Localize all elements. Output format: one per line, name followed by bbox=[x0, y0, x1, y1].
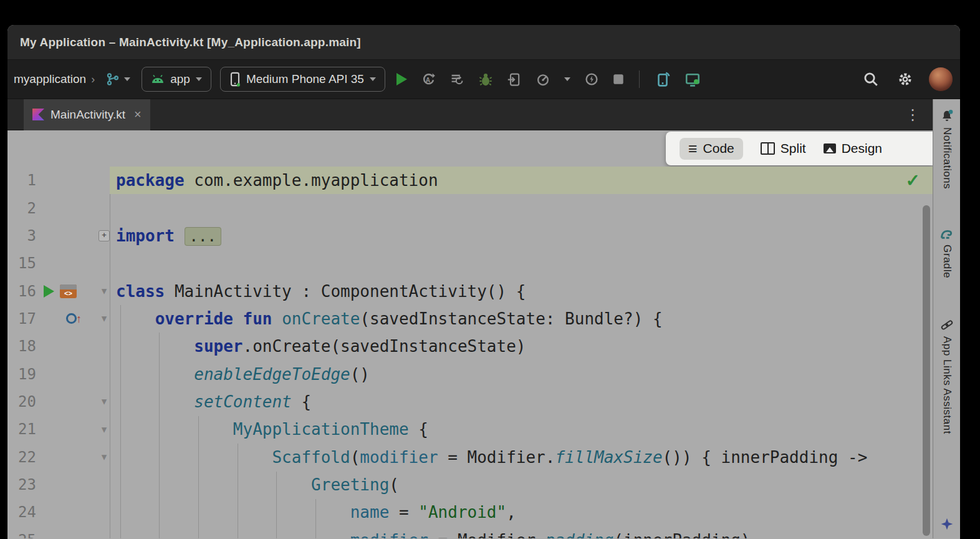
main-toolbar: myapplication › app bbox=[7, 60, 960, 99]
line-number[interactable]: 25 bbox=[7, 532, 36, 538]
attach-debugger-button[interactable] bbox=[504, 69, 524, 89]
gutter-icons: ↑ bbox=[36, 313, 98, 324]
tab-close-icon[interactable]: × bbox=[134, 107, 142, 122]
tab-label: MainActivity.kt bbox=[50, 108, 125, 122]
indent-guide bbox=[238, 444, 238, 538]
code-line[interactable]: 19 enableEdgeToEdge() bbox=[7, 360, 933, 387]
fold-column: ▾ bbox=[98, 286, 110, 296]
stripe-item-assistant[interactable] bbox=[940, 517, 954, 531]
toolbar-separator bbox=[639, 70, 640, 88]
bell-icon bbox=[940, 109, 954, 123]
svg-text:A: A bbox=[426, 77, 431, 84]
code-line[interactable]: 18 super.onCreate(savedInstanceState) bbox=[7, 333, 933, 360]
phone-icon bbox=[229, 72, 241, 87]
stripe-item-app-links[interactable]: App Links Assistant bbox=[940, 318, 954, 434]
indent-guide bbox=[315, 499, 316, 538]
mode-split-button[interactable]: Split bbox=[761, 141, 806, 156]
search-button[interactable] bbox=[860, 69, 882, 90]
stripe-label: Gradle bbox=[941, 245, 953, 278]
vcs-branch-icon bbox=[106, 72, 120, 86]
settings-button[interactable] bbox=[894, 68, 916, 90]
line-number[interactable]: 2 bbox=[7, 200, 36, 217]
stripe-item-notifications[interactable]: Notifications bbox=[940, 109, 954, 189]
device-select[interactable]: Medium Phone API 35 bbox=[220, 67, 385, 92]
scrollbar-thumb[interactable] bbox=[923, 205, 930, 536]
override-method-icon[interactable]: ↑ bbox=[66, 313, 82, 324]
fold-collapse-icon[interactable]: ▾ bbox=[102, 396, 107, 407]
code-line[interactable]: 25 modifier = Modifier.padding(innerPadd… bbox=[7, 526, 933, 538]
line-number[interactable]: 20 bbox=[7, 393, 36, 410]
apply-code-changes-button[interactable] bbox=[447, 69, 467, 89]
gear-icon bbox=[896, 70, 914, 88]
fold-collapse-icon[interactable]: ▾ bbox=[102, 452, 107, 462]
stripe-item-gradle[interactable]: Gradle bbox=[939, 226, 954, 278]
code-area[interactable]: 1package com.example.myapplication✓23+im… bbox=[7, 167, 933, 538]
fold-expand-icon[interactable]: + bbox=[98, 230, 110, 241]
code-line[interactable]: 24 name = "Android", bbox=[7, 498, 933, 526]
breadcrumb-chevron-icon: › bbox=[91, 73, 95, 86]
editor-pane[interactable]: ≡ Code Split Design 1package com.e bbox=[7, 130, 933, 538]
device-manager-icon bbox=[655, 71, 671, 87]
line-number[interactable]: 17 bbox=[7, 310, 36, 328]
indent-guide bbox=[120, 305, 121, 538]
line-number[interactable]: 19 bbox=[7, 366, 36, 383]
fold-column: ▾ bbox=[98, 313, 110, 324]
vcs-widget-button[interactable] bbox=[103, 70, 133, 89]
run-configuration-select[interactable]: app bbox=[142, 67, 211, 92]
stop-button[interactable] bbox=[610, 71, 627, 87]
profiler-button[interactable] bbox=[533, 69, 553, 89]
tab-options-button[interactable]: ⋮ bbox=[905, 107, 920, 122]
code-line[interactable]: 1package com.example.myapplication✓ bbox=[7, 167, 933, 194]
code-line[interactable]: 3+import ... bbox=[7, 222, 933, 250]
running-devices-button[interactable] bbox=[682, 69, 703, 90]
inspections-ok-icon[interactable]: ✓ bbox=[906, 170, 920, 191]
editor-tab-bar: MainActivity.kt × ⋮ bbox=[7, 99, 933, 130]
code-text: override fun onCreate(savedInstanceState… bbox=[110, 309, 663, 328]
compose-preview-icon[interactable]: <> bbox=[60, 284, 77, 298]
run-line-icon[interactable] bbox=[44, 285, 54, 298]
debug-button[interactable] bbox=[476, 69, 496, 89]
more-run-options-button[interactable] bbox=[562, 75, 573, 84]
code-line[interactable]: 22▾ Scaffold(modifier = Modifier.fillMax… bbox=[7, 443, 933, 470]
device-manager-button[interactable] bbox=[652, 69, 673, 90]
editor-tab-mainactivity[interactable]: MainActivity.kt × bbox=[24, 99, 150, 130]
code-line[interactable]: 17↑▾ override fun onCreate(savedInstance… bbox=[7, 305, 933, 333]
fold-collapse-icon[interactable]: ▾ bbox=[102, 313, 107, 324]
line-number[interactable]: 16 bbox=[7, 283, 36, 300]
toolbar-right-cluster bbox=[860, 67, 953, 91]
line-number[interactable]: 18 bbox=[7, 337, 36, 355]
code-line[interactable]: 23 Greeting( bbox=[7, 471, 933, 498]
fold-collapse-icon[interactable]: ▾ bbox=[102, 286, 107, 296]
window-title: My Application – MainActivity.kt [My_App… bbox=[20, 36, 361, 49]
project-breadcrumb[interactable]: myapplication › bbox=[14, 72, 95, 86]
line-number[interactable]: 21 bbox=[7, 420, 36, 438]
line-number[interactable]: 3 bbox=[7, 227, 36, 245]
chevron-down-icon bbox=[124, 77, 130, 81]
line-number[interactable]: 23 bbox=[7, 476, 36, 493]
fold-collapse-icon[interactable]: ▾ bbox=[102, 424, 107, 435]
line-number[interactable]: 22 bbox=[7, 449, 36, 466]
code-line[interactable]: 16<>▾class MainActivity : ComponentActiv… bbox=[7, 277, 933, 304]
kotlin-file-icon bbox=[32, 109, 44, 120]
apply-changes-button[interactable]: A bbox=[418, 69, 438, 89]
code-text: MyApplicationTheme { bbox=[110, 420, 428, 439]
line-number[interactable]: 1 bbox=[7, 172, 36, 189]
code-line[interactable]: 21▾ MyApplicationTheme { bbox=[7, 415, 933, 443]
user-avatar[interactable] bbox=[929, 67, 953, 91]
apply-changes-icon: A bbox=[421, 72, 436, 87]
run-configuration-label: app bbox=[170, 72, 190, 86]
run-button[interactable] bbox=[394, 70, 410, 88]
code-text: name = "Android", bbox=[110, 503, 516, 522]
code-line[interactable]: 2 bbox=[7, 194, 933, 221]
code-text: import ... bbox=[110, 226, 221, 245]
code-line[interactable]: 15 bbox=[7, 250, 933, 277]
line-number[interactable]: 24 bbox=[7, 503, 36, 521]
code-line[interactable]: 20▾ setContent { bbox=[7, 388, 933, 415]
profile-app-button[interactable] bbox=[582, 69, 602, 89]
mode-code-button[interactable]: ≡ Code bbox=[680, 138, 743, 160]
right-tool-stripe: Notifications Gradle App Links Assistant bbox=[933, 99, 960, 538]
line-number[interactable]: 15 bbox=[7, 255, 36, 272]
mode-design-button[interactable]: Design bbox=[824, 141, 882, 156]
code-icon: ≡ bbox=[688, 141, 698, 157]
editor-mode-bar: ≡ Code Split Design bbox=[7, 130, 933, 167]
